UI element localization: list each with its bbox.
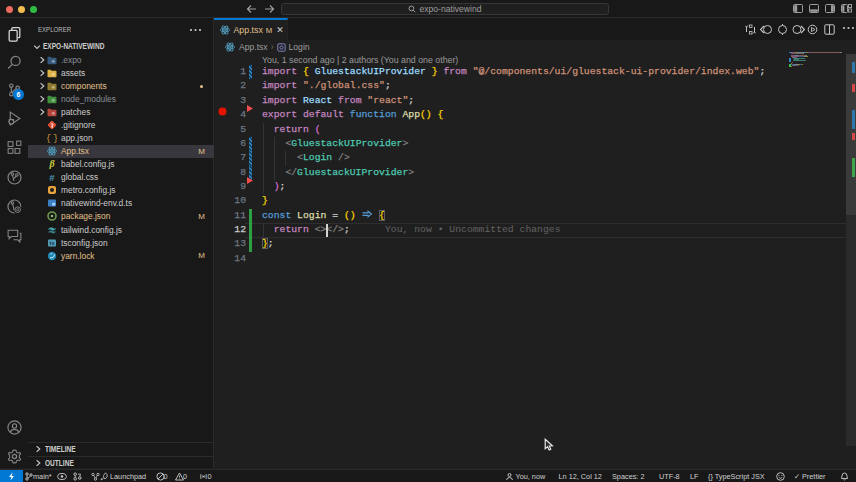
svg-text:ts: ts: [50, 240, 55, 246]
svg-text:{ }: { }: [47, 134, 57, 143]
svg-text:#: #: [49, 172, 55, 182]
svg-text:β: β: [48, 159, 55, 169]
